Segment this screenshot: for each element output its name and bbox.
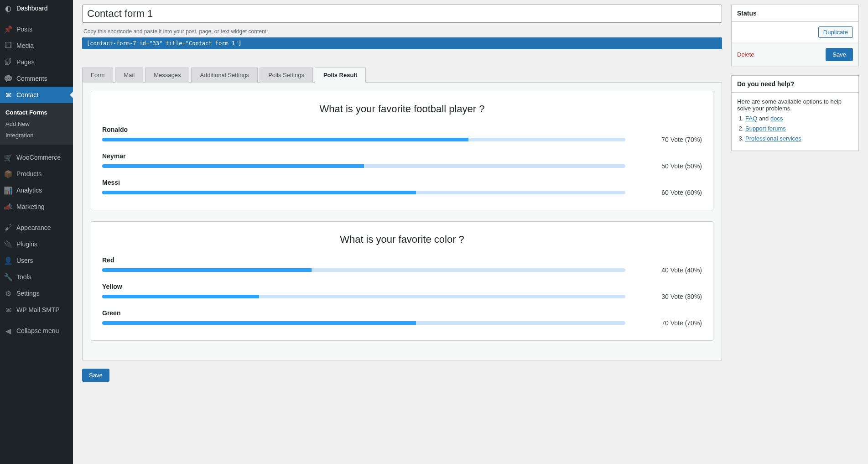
poll-question: What is your favorite color ? xyxy=(102,234,702,245)
docs-link[interactable]: docs xyxy=(770,115,783,122)
sidebar-item-label: Analytics xyxy=(16,187,42,194)
poll-row: Neymar 50 Vote (50%) xyxy=(102,148,702,170)
poll-option-label: Neymar xyxy=(102,152,702,160)
appearance-icon: 🖌 xyxy=(4,223,13,232)
users-icon: 👤 xyxy=(4,256,13,265)
help-heading: Do you need help? xyxy=(732,76,858,93)
sidebar-item-label: WooCommerce xyxy=(16,154,61,161)
pages-icon: 🗐 xyxy=(4,57,13,67)
mail-icon: ✉ xyxy=(4,90,13,99)
sidebar-settings[interactable]: ⚙ Settings xyxy=(0,285,73,302)
sidebar-products[interactable]: 📦 Products xyxy=(0,166,73,182)
sidebar-tools[interactable]: 🔧 Tools xyxy=(0,269,73,285)
sidebar-item-label: Comments xyxy=(16,75,47,82)
sidebar-item-label: Contact xyxy=(16,91,38,99)
comment-icon: 💬 xyxy=(4,74,13,83)
sidebar-item-label: Media xyxy=(16,42,34,49)
help-item: Support forums xyxy=(745,125,853,132)
tab-mail[interactable]: Mail xyxy=(115,68,143,83)
sidebar-appearance[interactable]: 🖌 Appearance xyxy=(0,219,73,236)
sidebar-collapse[interactable]: ◀ Collapse menu xyxy=(0,323,73,339)
progress-track xyxy=(102,268,625,272)
progress-fill xyxy=(102,164,364,168)
progress-track xyxy=(102,191,625,194)
poll-option-label: Red xyxy=(102,256,702,264)
sidebar-contact[interactable]: ✉ Contact xyxy=(0,87,73,103)
sidebar-analytics[interactable]: 📊 Analytics xyxy=(0,182,73,198)
sidebar-marketing[interactable]: 📣 Marketing xyxy=(0,198,73,215)
progress-fill xyxy=(102,268,312,272)
sidebar-woocommerce[interactable]: 🛒 WooCommerce xyxy=(0,149,73,166)
help-intro: Here are some available options to help … xyxy=(737,98,853,112)
tabs: Form Mail Messages Additional Settings P… xyxy=(82,68,722,83)
progress-track xyxy=(102,164,625,168)
sidebar-item-label: WP Mail SMTP xyxy=(16,306,60,313)
poll-option-label: Messi xyxy=(102,179,702,186)
sidebar-item-label: Posts xyxy=(16,26,32,33)
tab-polls-result[interactable]: Polls Result xyxy=(315,68,366,83)
tab-messages[interactable]: Messages xyxy=(145,68,189,83)
sidebar-item-label: Pages xyxy=(16,58,35,66)
poll-option-label: Yellow xyxy=(102,283,702,290)
poll-card-2: What is your favorite color ? Red 40 Vot… xyxy=(91,221,713,341)
save-button-side[interactable]: Save xyxy=(826,48,853,61)
sidebar-media[interactable]: 🎞 Media xyxy=(0,37,73,54)
tab-additional-settings[interactable]: Additional Settings xyxy=(191,68,258,83)
poll-row: Messi 60 Vote (60%) xyxy=(102,174,702,196)
poll-question: What is your favorite football player ? xyxy=(102,103,702,115)
duplicate-button[interactable]: Duplicate xyxy=(818,26,853,38)
tools-icon: 🔧 xyxy=(4,272,13,282)
sidebar-item-label: Products xyxy=(16,170,42,177)
poll-row: Red 40 Vote (40%) xyxy=(102,252,702,274)
sidebar-users[interactable]: 👤 Users xyxy=(0,252,73,269)
poll-option-label: Ronaldo xyxy=(102,126,702,133)
poll-option-label: Green xyxy=(102,309,702,317)
progress-fill xyxy=(102,295,259,298)
sidebar-dashboard[interactable]: ◐ Dashboard xyxy=(0,0,73,16)
save-button[interactable]: Save xyxy=(82,369,109,382)
publish-sidebar: Status Duplicate Delete Save Do you need… xyxy=(731,5,859,455)
sidebar-subitem-integration[interactable]: Integration xyxy=(0,130,73,141)
status-box: Status Duplicate Delete Save xyxy=(731,5,859,66)
sidebar-item-label: Settings xyxy=(16,290,40,297)
dashboard-icon: ◐ xyxy=(4,4,13,13)
poll-row: Ronaldo 70 Vote (70%) xyxy=(102,121,702,143)
progress-track xyxy=(102,295,625,298)
smtp-icon: ✉ xyxy=(4,305,13,314)
poll-vote-text: 70 Vote (70%) xyxy=(634,136,702,143)
sidebar-posts[interactable]: 📌 Posts xyxy=(0,21,73,37)
tab-form[interactable]: Form xyxy=(82,68,113,83)
help-item: FAQ and docs xyxy=(745,115,853,122)
help-item-mid: and xyxy=(757,115,770,122)
sidebar-contact-submenu: Contact Forms Add New Integration xyxy=(0,103,73,145)
faq-link[interactable]: FAQ xyxy=(745,115,757,122)
poll-card-1: What is your favorite football player ? … xyxy=(91,91,713,210)
sidebar-plugins[interactable]: 🔌 Plugins xyxy=(0,236,73,252)
poll-vote-text: 70 Vote (70%) xyxy=(634,319,702,327)
sidebar-item-label: Marketing xyxy=(16,203,44,210)
pin-icon: 📌 xyxy=(4,25,13,34)
poll-vote-text: 40 Vote (40%) xyxy=(634,266,702,274)
plugin-icon: 🔌 xyxy=(4,240,13,249)
poll-row: Green 70 Vote (70%) xyxy=(102,305,702,327)
shortcode-hint: Copy this shortcode and paste it into yo… xyxy=(83,28,721,35)
sidebar-item-label: Dashboard xyxy=(16,5,48,12)
support-forums-link[interactable]: Support forums xyxy=(745,125,786,132)
poll-vote-text: 30 Vote (30%) xyxy=(634,293,702,300)
poll-row: Yellow 30 Vote (30%) xyxy=(102,278,702,300)
sidebar-wpmailsmtp[interactable]: ✉ WP Mail SMTP xyxy=(0,302,73,318)
form-title-input[interactable] xyxy=(82,5,722,23)
polls-result-panel: What is your favorite football player ? … xyxy=(82,83,722,360)
sidebar-pages[interactable]: 🗐 Pages xyxy=(0,54,73,70)
sidebar-subitem-addnew[interactable]: Add New xyxy=(0,118,73,130)
media-icon: 🎞 xyxy=(4,41,13,50)
tab-polls-settings[interactable]: Polls Settings xyxy=(260,68,313,83)
professional-services-link[interactable]: Professional services xyxy=(745,135,801,142)
woocommerce-icon: 🛒 xyxy=(4,153,13,162)
sidebar-item-label: Plugins xyxy=(16,240,37,248)
shortcode-box[interactable]: [contact-form-7 id="33" title="Contact f… xyxy=(82,37,722,49)
sidebar-subitem-forms[interactable]: Contact Forms xyxy=(0,107,73,118)
delete-link[interactable]: Delete xyxy=(737,51,754,58)
sidebar-comments[interactable]: 💬 Comments xyxy=(0,70,73,87)
sidebar-item-label: Tools xyxy=(16,273,31,281)
